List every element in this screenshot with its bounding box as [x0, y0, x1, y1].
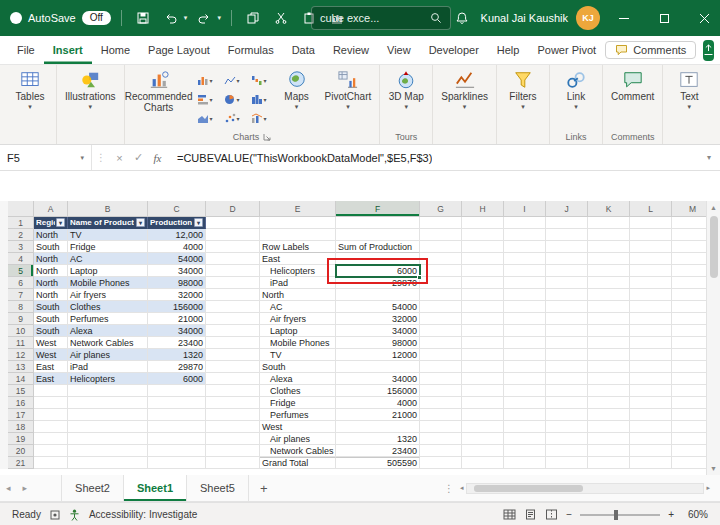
- row-header-12[interactable]: 12: [8, 349, 34, 361]
- cell-F3[interactable]: Sum of Production: [336, 241, 420, 253]
- cell-I15[interactable]: [504, 385, 546, 397]
- cell-B13[interactable]: iPad: [68, 361, 148, 373]
- filters-button[interactable]: Filters ▾: [502, 68, 544, 112]
- cell-C14[interactable]: 6000: [148, 373, 206, 385]
- row-header-5[interactable]: 5: [8, 265, 34, 277]
- cell-D15[interactable]: [206, 385, 260, 397]
- cell-A16[interactable]: [34, 397, 68, 409]
- cell-I16[interactable]: [504, 397, 546, 409]
- cell-C5[interactable]: 34000: [148, 265, 206, 277]
- ribbon-tab-developer[interactable]: Developer: [420, 36, 488, 64]
- row-header-9[interactable]: 9: [8, 313, 34, 325]
- cell-C12[interactable]: 1320: [148, 349, 206, 361]
- cell-C4[interactable]: 54000: [148, 253, 206, 265]
- cell-F14[interactable]: 34000: [336, 373, 420, 385]
- cell-J21[interactable]: [546, 457, 588, 469]
- cell-H13[interactable]: [462, 361, 504, 373]
- cell-D6[interactable]: [206, 277, 260, 289]
- more-handle-icon[interactable]: ⋮: [92, 152, 110, 163]
- cell-L11[interactable]: [630, 337, 672, 349]
- scroll-left-icon[interactable]: ◂: [460, 484, 464, 492]
- cell-E6[interactable]: iPad: [260, 277, 336, 289]
- cell-G19[interactable]: [420, 433, 462, 445]
- row-header-10[interactable]: 10: [8, 325, 34, 337]
- column-header-B[interactable]: B: [68, 201, 148, 217]
- cell-H20[interactable]: [462, 445, 504, 457]
- cell-L10[interactable]: [630, 325, 672, 337]
- cell-L6[interactable]: [630, 277, 672, 289]
- row-header-7[interactable]: 7: [8, 289, 34, 301]
- cell-L2[interactable]: [630, 229, 672, 241]
- row-header-2[interactable]: 2: [8, 229, 34, 241]
- zoom-in-icon[interactable]: +: [668, 509, 674, 520]
- minimize-button[interactable]: [608, 0, 640, 36]
- cell-B19[interactable]: [68, 433, 148, 445]
- ribbon-tab-formulas[interactable]: Formulas: [219, 36, 283, 64]
- cell-A2[interactable]: North: [34, 229, 68, 241]
- cell-I4[interactable]: [504, 253, 546, 265]
- sheet-tab-sheet5[interactable]: Sheet5: [187, 475, 249, 501]
- zoom-slider[interactable]: [580, 514, 660, 516]
- line-chart-button[interactable]: ▾: [219, 71, 245, 89]
- cell-J18[interactable]: [546, 421, 588, 433]
- cell-K2[interactable]: [588, 229, 630, 241]
- cell-G3[interactable]: [420, 241, 462, 253]
- cell-A12[interactable]: West: [34, 349, 68, 361]
- redo-button[interactable]: [193, 7, 215, 29]
- table-header-cell-C1[interactable]: Production▾: [148, 217, 206, 229]
- 3d-map-button[interactable]: 3D Map ▾: [385, 68, 427, 112]
- cell-J8[interactable]: [546, 301, 588, 313]
- cell-F15[interactable]: 156000: [336, 385, 420, 397]
- cell-I5[interactable]: [504, 265, 546, 277]
- cell-D9[interactable]: [206, 313, 260, 325]
- cell-H2[interactable]: [462, 229, 504, 241]
- ribbon-tab-help[interactable]: Help: [488, 36, 529, 64]
- share-button[interactable]: [703, 40, 714, 61]
- cell-K13[interactable]: [588, 361, 630, 373]
- column-header-H[interactable]: H: [462, 201, 504, 217]
- cell-D20[interactable]: [206, 445, 260, 457]
- filter-dropdown-icon[interactable]: ▾: [56, 218, 65, 227]
- column-header-K[interactable]: K: [588, 201, 630, 217]
- cell-K7[interactable]: [588, 289, 630, 301]
- cell-J1[interactable]: [546, 217, 588, 229]
- maximize-button[interactable]: [648, 0, 680, 36]
- cell-J7[interactable]: [546, 289, 588, 301]
- column-header-L[interactable]: L: [630, 201, 672, 217]
- tab-splitter-icon[interactable]: ⋮: [438, 483, 460, 494]
- cell-K10[interactable]: [588, 325, 630, 337]
- cell-F5[interactable]: 6000: [336, 265, 420, 277]
- comment-button[interactable]: Comment: [608, 68, 657, 104]
- cell-A4[interactable]: North: [34, 253, 68, 265]
- autosave-state-badge[interactable]: Off: [82, 11, 111, 25]
- cell-D12[interactable]: [206, 349, 260, 361]
- text-button[interactable]: Text ▾: [668, 68, 710, 112]
- cell-E1[interactable]: [260, 217, 336, 229]
- cell-E11[interactable]: Mobile Phones: [260, 337, 336, 349]
- cell-H18[interactable]: [462, 421, 504, 433]
- histogram-chart-button[interactable]: ▾: [246, 90, 272, 108]
- chevron-down-icon[interactable]: ▾: [80, 154, 84, 162]
- cell-K19[interactable]: [588, 433, 630, 445]
- undo-button[interactable]: [160, 7, 182, 29]
- row-header-6[interactable]: 6: [8, 277, 34, 289]
- cell-C21[interactable]: [148, 457, 206, 469]
- cell-J6[interactable]: [546, 277, 588, 289]
- cell-J14[interactable]: [546, 373, 588, 385]
- cell-B18[interactable]: [68, 421, 148, 433]
- row-header-19[interactable]: 19: [8, 433, 34, 445]
- cell-J4[interactable]: [546, 253, 588, 265]
- cell-G2[interactable]: [420, 229, 462, 241]
- pivotchart-button[interactable]: PivotChart ▾: [322, 68, 375, 112]
- cell-A19[interactable]: [34, 433, 68, 445]
- cell-J17[interactable]: [546, 409, 588, 421]
- ribbon-tab-file[interactable]: File: [8, 36, 44, 64]
- cell-J9[interactable]: [546, 313, 588, 325]
- ribbon-tab-view[interactable]: View: [378, 36, 420, 64]
- column-header-I[interactable]: I: [504, 201, 546, 217]
- horizontal-scroll-track[interactable]: [466, 483, 705, 494]
- row-header-13[interactable]: 13: [8, 361, 34, 373]
- column-header-A[interactable]: A: [34, 201, 68, 217]
- cell-A18[interactable]: [34, 421, 68, 433]
- ribbon-tab-power-pivot[interactable]: Power Pivot: [528, 36, 605, 64]
